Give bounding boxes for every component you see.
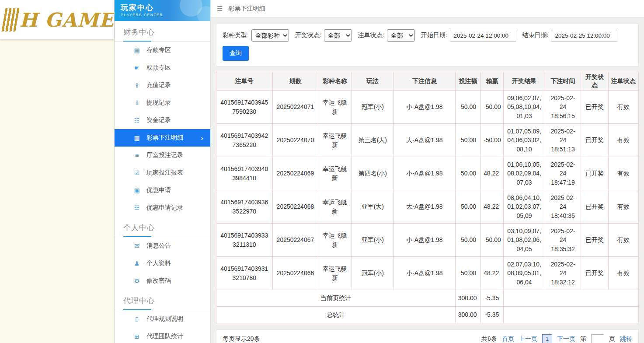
table-cell: 第四名(小) [352,157,393,190]
sidebar-item-recharge-record[interactable]: ⇪充值记录 [115,77,210,94]
table-row: 40156917403945759023020250224071幸运飞艇新冠军(… [216,91,639,124]
sidebar-item-player-bet-report[interactable]: ☑玩家投注报表 [115,164,210,182]
column-header: 彩种名称 [318,72,352,91]
sidebar-item-lottery-bet-detail[interactable]: ▦彩票下注明细› [115,129,210,147]
table-cell: 01,07,05,09,04,06,03,02,08,10 [504,124,545,157]
summary-row: 总统计300.00-5.35 [216,307,639,323]
sidebar-item-promo-apply-record[interactable]: ☲优惠申请记录 [115,199,210,217]
page-jump-input[interactable] [591,334,604,343]
table-cell: 50.00 [455,124,480,157]
bell-icon: ✉ [133,242,141,249]
filter-button-row: 查询 [223,46,632,61]
sidebar-item-withdraw[interactable]: ☛取款专区 [115,59,210,77]
end-date-filter: 结束日期: [522,30,618,42]
table-cell: 有效 [608,91,638,124]
promo-apply-record-icon: ☲ [133,204,141,211]
sidebar-item-label: 个人资料 [146,259,171,267]
table-cell: 48.22 [481,157,504,190]
table-cell: 2025-02-24 18:32:12 [545,257,581,290]
sidebar-item-label: 彩票下注明细 [146,134,183,142]
sidebar-item-promo-apply[interactable]: ▣优惠申请 [115,182,210,199]
start-date-input[interactable] [450,30,516,42]
table-cell: 有效 [608,157,638,190]
current-page-indicator[interactable]: 1 [542,334,552,343]
sidebar-item-withdrawal-record[interactable]: ⇩提现记录 [115,94,210,112]
table-cell: 01,06,10,05,08,02,09,04,07,03 [504,157,545,190]
start-date-filter: 开始日期: [421,30,516,42]
topbar: ☰ 彩票下注明细 [211,0,644,18]
jump-suffix-label: 页 [609,335,615,343]
table-cell: 2025-02-24 18:35:32 [545,224,581,257]
table-cell: -50.00 [481,91,504,124]
end-date-input[interactable] [551,30,617,42]
table-cell: 幸运飞艇新 [318,124,352,157]
sidebar-header-subtitle: PLAYERS CENTER [121,13,210,17]
summary-row: 当前页统计300.00-5.35 [216,290,639,307]
menu-toggle-icon[interactable]: ☰ [217,5,223,13]
draw-status-select[interactable]: 全部 [324,29,352,42]
gear-icon: ⚙ [133,277,141,284]
table-cell: 2025-02-24 18:47:19 [545,157,581,190]
summary-winloss-total: -5.35 [481,307,504,323]
draw-status-filter: 开奖状态: 全部 [295,29,352,42]
summary-label: 总统计 [216,307,456,323]
lottery-bet-detail-icon: ▦ [133,134,141,141]
search-button[interactable]: 查询 [223,46,249,61]
sidebar-item-deposit[interactable]: ▤存款专区 [115,42,210,59]
table-cell: 2025-02-24 18:51:13 [545,124,581,157]
sidebar-item-team-stats[interactable]: ⊞代理团队统计 [115,328,210,343]
start-date-label: 开始日期: [421,32,447,39]
table-cell: 冠军(小) [352,257,393,290]
table-cell: 2025-02-24 18:40:35 [545,190,581,224]
sidebar-menu: 财务中心▤存款专区☛取款专区⇪充值记录⇩提现记录☷资金记录▦彩票下注明细›≡厅室… [115,21,210,343]
user-icon: ♟ [133,260,141,267]
sidebar-item-user[interactable]: ♟个人资料 [115,255,210,272]
lottery-type-select[interactable]: 全部彩种 [251,29,289,42]
table-cell: 第三名(大) [352,124,393,157]
lottery-type-label: 彩种类型: [223,32,249,39]
bet-table: 注单号期数彩种名称玩法下注信息投注额输赢开奖结果下注时间开奖状态注单状态 401… [216,72,639,323]
sidebar-item-bell[interactable]: ✉消息公告 [115,237,210,255]
column-header: 注单状态 [608,72,638,91]
table-cell: 冠军(小) [352,91,393,124]
table-cell: 已开奖 [581,257,608,290]
sidebar-item-label: 充值记录 [146,81,171,89]
sidebar-item-label: 代理规则说明 [146,315,183,323]
sidebar-section-title: 财务中心 [115,21,210,42]
sidebar-item-label: 消息公告 [146,242,171,250]
table-cell: 50.00 [455,224,480,257]
sidebar-item-hall-bet-record[interactable]: ≡厅室投注记录 [115,147,210,164]
sidebar-item-label: 取款专区 [146,64,171,72]
table-cell: 小-A盘@1.98 [394,157,456,190]
table-cell: 小-A盘@1.98 [394,91,456,124]
order-status-select[interactable]: 全部 [387,29,415,42]
sidebar-item-funds-record[interactable]: ☷资金记录 [115,112,210,129]
table-cell: -50.00 [481,224,504,257]
table-cell: 08,06,04,10,01,02,03,07,05,09 [504,190,545,224]
table-row: 40156917403940398441020250224069幸运飞艇新第四名… [216,157,639,190]
column-header: 下注时间 [545,72,581,91]
sidebar-item-document[interactable]: ▯代理规则说明 [115,310,210,328]
table-cell: 2025-02-24 18:56:15 [545,91,581,124]
prev-page-link[interactable]: 上一页 [519,335,537,343]
sidebar-item-label: 资金记录 [146,116,171,124]
table-cell: 大-A盘@1.98 [394,124,456,157]
table-cell: 50.00 [455,190,480,224]
table-cell: 已开奖 [581,190,608,224]
next-page-link[interactable]: 下一页 [557,335,575,343]
draw-status-label: 开奖状态: [295,32,321,39]
sidebar-item-gear[interactable]: ⚙修改密码 [115,272,210,290]
page: H GAME 玩家中心 PLAYERS CENTER 财务中心▤存款专区☛取款专… [0,0,644,343]
summary-bet-total: 300.00 [455,290,480,307]
table-cell: 幸运飞艇新 [318,224,352,257]
first-page-link[interactable]: 首页 [502,335,514,343]
table-row: 40156917403936352297020250224068幸运飞艇新亚军(… [216,190,639,224]
table-cell: 401569174039313210780 [216,257,273,290]
content: 彩种类型: 全部彩种 开奖状态: 全部 注单状态: [211,18,644,343]
table-cell: 亚军(大) [352,190,393,224]
withdraw-icon: ☛ [133,64,141,71]
table-cell: 有效 [608,224,638,257]
jump-button[interactable]: 跳转 [620,335,632,343]
table-cell: 已开奖 [581,157,608,190]
table-cell: 大-A盘@1.98 [394,190,456,224]
